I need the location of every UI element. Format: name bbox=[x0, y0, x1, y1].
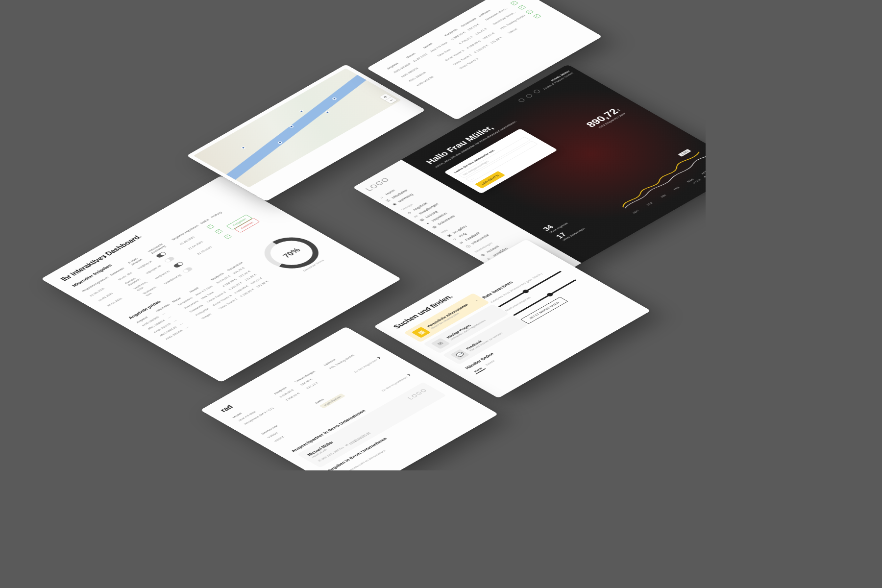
donut-value: 70% bbox=[281, 246, 303, 259]
tab-map[interactable]: Karte bbox=[471, 366, 486, 374]
mail-icon: ✉ bbox=[431, 338, 450, 349]
salary-slider[interactable] bbox=[513, 279, 577, 316]
home-icon: ⌂ bbox=[379, 195, 386, 199]
cart-icon: ▭ bbox=[413, 214, 419, 218]
wrench-icon: ✦ bbox=[425, 221, 432, 225]
trend-chart: 1,44 t NOV DEZ JAN FEB MÄR APR MAI ● CO2… bbox=[606, 148, 706, 216]
megaphone-icon: ◉ bbox=[391, 202, 398, 206]
question-icon: ? bbox=[452, 237, 459, 241]
tag-icon: ◇ bbox=[406, 211, 413, 215]
search-icon[interactable] bbox=[517, 98, 525, 103]
chat-icon: ✉ bbox=[459, 241, 466, 245]
chevron-right-icon: › bbox=[374, 355, 382, 360]
company-logo: LOGO bbox=[406, 388, 429, 400]
info-icon: ⓘ bbox=[465, 244, 471, 248]
help-icon[interactable] bbox=[533, 89, 541, 94]
bell-icon[interactable] bbox=[525, 94, 533, 98]
map-view[interactable]: + − bbox=[194, 68, 401, 187]
donut-label: Dienstrad Score bbox=[302, 259, 325, 272]
chevron-right-icon: › bbox=[405, 372, 413, 377]
document-icon: ▦ bbox=[412, 327, 431, 338]
score-donut: 70% bbox=[253, 231, 330, 274]
chat-icon: 💬 bbox=[450, 349, 470, 360]
user-icon: ◍ bbox=[480, 253, 487, 257]
book-icon: ▣ bbox=[446, 233, 453, 237]
calculate-button[interactable]: JETZT BERECHNEN bbox=[520, 297, 568, 324]
users-icon: ☰ bbox=[385, 198, 392, 202]
chevron-right-icon: › bbox=[474, 299, 479, 302]
file-icon: ▥ bbox=[431, 225, 438, 229]
offers-list-table: Angebot Datum Modell Kaufpreis Gesamtrat… bbox=[385, 0, 552, 91]
doc-icon: ▤ bbox=[418, 218, 425, 221]
